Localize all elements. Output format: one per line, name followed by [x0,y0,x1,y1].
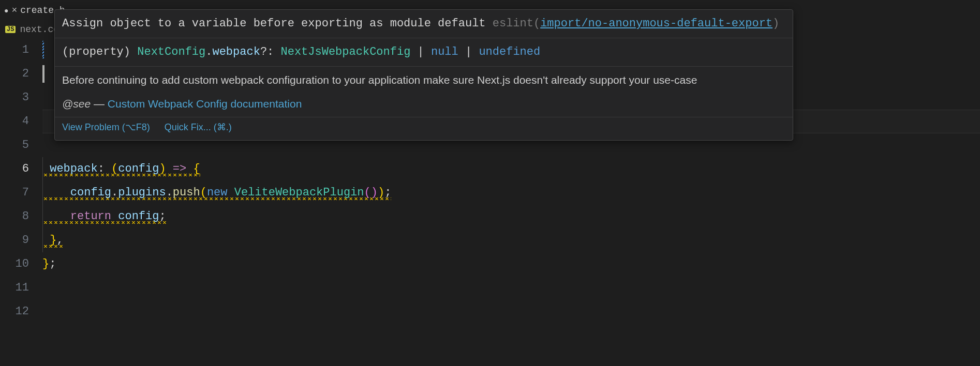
js-file-icon: JS [5,26,16,33]
breadcrumb-file: next.co [20,24,59,35]
code-line-9[interactable]: return config; [42,205,980,228]
code-line-7[interactable]: webpack: (config) => { [42,157,980,181]
line-number: 7 [0,181,29,205]
close-icon[interactable]: × [11,5,17,16]
line-gutter: 1 2 3 4 5 6 7 8 9 10 11 12 [0,38,42,324]
line-number: 2 [0,62,29,86]
line-number: 3 [0,86,29,110]
eslint-rule-link[interactable]: import/no-anonymous-default-export [540,17,773,30]
line-number: 11 [0,276,29,300]
view-problem-action[interactable]: View Problem (⌥F8) [62,120,150,135]
line-number: 9 [0,228,29,252]
hover-description: Before continuing to add custom webpack … [55,67,793,117]
line-number: 5 [0,133,29,157]
line-number: 1 [0,38,29,62]
jsdoc-see-tag: @see [62,98,91,110]
hover-signature: (property) NextConfig.webpack?: NextJsWe… [55,38,793,67]
line-number: 10 [0,252,29,276]
diagnostic-message: Assign object to a variable before expor… [62,17,486,30]
doc-link[interactable]: Custom Webpack Config documentation [108,98,302,110]
line-number: 8 [0,205,29,228]
line-number: 4 [0,110,29,133]
line-number-current: 6 [0,157,29,181]
code-line-11[interactable]: }; [42,252,980,276]
diff-marker-icon [42,41,44,58]
code-line-10[interactable]: }, [42,228,980,252]
hover-actions: View Problem (⌥F8) Quick Fix... (⌘.) [55,117,793,140]
quick-fix-action[interactable]: Quick Fix... (⌘.) [165,120,232,135]
modified-dot-icon [4,5,8,16]
line-number: 12 [0,300,29,324]
hover-diagnostic: Assign object to a variable before expor… [55,10,793,38]
hover-widget: Assign object to a variable before expor… [54,9,793,141]
code-line-8[interactable]: config.plugins.push(new VeliteWebpackPlu… [42,181,980,205]
cursor [42,65,44,83]
hover-desc-body: Before continuing to add custom webpack … [62,72,785,88]
diagnostic-source: eslint [493,17,533,30]
